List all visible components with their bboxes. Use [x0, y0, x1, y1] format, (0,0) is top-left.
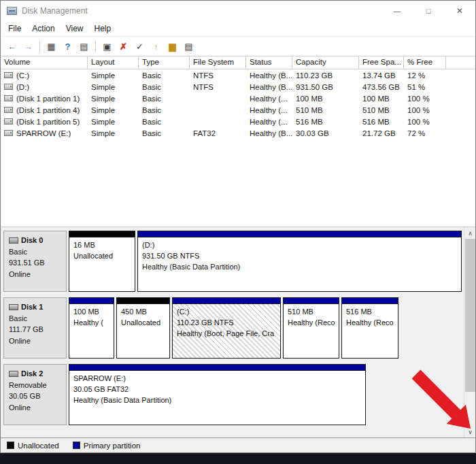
volume-capacity: 510 MB — [292, 106, 359, 114]
volume-status: Healthy (B... — [246, 83, 292, 91]
partition-unallocated[interactable]: 450 MB Unallocated — [116, 297, 170, 359]
partition-color-bar — [138, 231, 461, 237]
volume-name: (Disk 1 partition 5) — [16, 118, 80, 126]
disk-row-2: Disk 2 Removable 30.05 GB Online SPARROW… — [3, 364, 462, 425]
partition-line2: 30.05 GB FAT32 — [73, 384, 361, 395]
partition-line3: Healthy (Boot, Page File, Cra — [177, 329, 276, 339]
column-header-free-space[interactable]: Free Spa... — [359, 56, 404, 69]
toolbar: ← → ▦ ? ▤ ▣ ✗ ✓ ↑ ▆ ▤ — [1, 36, 475, 56]
disk-size: 931.51 GB — [9, 257, 61, 269]
scroll-up-icon[interactable]: ∧ — [464, 227, 475, 239]
volume-status: Healthy (B... — [246, 71, 292, 80]
volume-row[interactable]: (Disk 1 partition 4) Simple Basic Health… — [1, 104, 475, 116]
partition-line1: (C:) — [177, 307, 276, 318]
partition-unallocated[interactable]: 16 MB Unallocated — [69, 231, 135, 292]
partition-line3: Healthy (Basic Data Partition) — [142, 262, 457, 273]
volume-type: Basic — [139, 95, 190, 103]
partition-strip: 16 MB Unallocated (D:) 931.50 GB NTFS He… — [69, 231, 462, 292]
primary-partition-swatch-icon — [73, 442, 80, 449]
partition-sparrow[interactable]: SPARROW (E:) 30.05 GB FAT32 Healthy (Bas… — [69, 364, 366, 425]
back-icon[interactable]: ← — [4, 39, 20, 54]
volume-row[interactable]: (Disk 1 partition 1) Simple Basic Health… — [1, 93, 475, 104]
app-icon — [7, 7, 17, 15]
volume-icon — [4, 72, 13, 78]
disk-icon — [9, 304, 18, 310]
column-header-layout[interactable]: Layout — [88, 56, 139, 69]
volume-pct-free: 51 % — [404, 83, 446, 91]
export-list-icon[interactable]: ▤ — [76, 39, 92, 54]
window-controls: — □ ✕ — [381, 1, 475, 21]
partition-d[interactable]: (D:) 931.50 GB NTFS Healthy (Basic Data … — [137, 231, 462, 292]
open-folder-icon[interactable]: ▆ — [165, 39, 180, 54]
partition-system[interactable]: 100 MB Healthy ( — [69, 297, 114, 359]
column-header-file-system[interactable]: File System — [190, 56, 246, 69]
disk-name: Disk 2 — [21, 368, 43, 380]
volume-layout: Simple — [88, 83, 139, 91]
extend-volume-icon[interactable]: ↑ — [148, 39, 164, 54]
mark-partition-active-icon[interactable]: ✓ — [132, 39, 148, 54]
column-header-type[interactable]: Type — [139, 56, 190, 69]
vertical-scrollbar[interactable]: ∧ ∨ — [464, 227, 475, 437]
volume-status: Healthy (... — [246, 118, 292, 126]
forward-icon[interactable]: → — [20, 39, 36, 54]
scroll-down-icon[interactable]: ∨ — [464, 426, 475, 437]
partition-color-bar — [173, 298, 280, 304]
volume-row[interactable]: (C:) Simple Basic NTFS Healthy (B... 110… — [1, 69, 475, 81]
window-title: Disk Management — [22, 6, 88, 16]
volume-name: (Disk 1 partition 1) — [16, 95, 80, 103]
partition-line2: 110.23 GB NTFS — [177, 318, 276, 329]
disk-management-window: Disk Management — □ ✕ File Action View H… — [0, 0, 476, 453]
volume-pct-free: 12 % — [404, 71, 446, 80]
volume-free: 473.56 GB — [359, 83, 404, 91]
volume-row[interactable]: SPARROW (E:) Simple Basic FAT32 Healthy … — [1, 127, 475, 139]
disk-size: 111.77 GB — [9, 324, 61, 335]
title-bar: Disk Management — □ ✕ — [1, 1, 475, 21]
delete-volume-icon[interactable]: ✗ — [116, 39, 131, 54]
volume-row[interactable]: (D:) Simple Basic NTFS Healthy (B... 931… — [1, 81, 475, 93]
volume-layout: Simple — [88, 106, 139, 114]
show-console-tree-icon[interactable]: ▦ — [44, 39, 59, 54]
volume-type: Basic — [139, 118, 190, 126]
volume-type: Basic — [139, 129, 190, 137]
column-header-status[interactable]: Status — [246, 56, 292, 69]
help-icon[interactable]: ? — [60, 39, 75, 54]
column-header-capacity[interactable]: Capacity — [292, 56, 359, 69]
menu-help[interactable]: Help — [89, 22, 117, 35]
toolbar-separator — [95, 41, 96, 52]
menu-action[interactable]: Action — [27, 22, 60, 35]
partition-line2: Unallocated — [121, 318, 165, 329]
volume-list-header: Volume Layout Type File System Status Ca… — [1, 56, 475, 69]
disk-header[interactable]: Disk 1 Basic 111.77 GB Online — [3, 297, 67, 359]
attributes-icon[interactable]: ▤ — [181, 39, 197, 54]
partition-color-bar — [69, 298, 114, 304]
volume-free: 100 MB — [359, 95, 404, 103]
disk-header[interactable]: Disk 0 Basic 931.51 GB Online — [3, 231, 67, 292]
partition-c-selected[interactable]: (C:) 110.23 GB NTFS Healthy (Boot, Page … — [172, 297, 281, 359]
menu-view[interactable]: View — [61, 22, 89, 35]
volume-icon — [4, 130, 13, 136]
volume-capacity: 110.23 GB — [292, 71, 359, 80]
minimize-button[interactable]: — — [381, 1, 413, 21]
column-header-volume[interactable]: Volume — [1, 56, 88, 69]
partition-recovery-1[interactable]: 510 MB Healthy (Reco — [283, 297, 339, 359]
volume-fs: NTFS — [190, 71, 246, 80]
partition-recovery-2[interactable]: 516 MB Healthy (Reco — [341, 297, 398, 359]
volume-row[interactable]: (Disk 1 partition 5) Simple Basic Health… — [1, 116, 475, 127]
partition-line1: 450 MB — [121, 307, 165, 318]
column-header-pct-free[interactable]: % Free — [404, 56, 446, 69]
volume-capacity: 931.50 GB — [292, 83, 359, 91]
close-button[interactable]: ✕ — [444, 1, 475, 21]
partition-line2: Healthy (Reco — [346, 318, 394, 329]
legend-label: Unallocated — [18, 442, 59, 450]
disk-header[interactable]: Disk 2 Removable 30.05 GB Online — [3, 364, 67, 425]
menu-file[interactable]: File — [3, 22, 27, 35]
scrollbar-thumb[interactable] — [465, 239, 475, 392]
disk-name: Disk 1 — [21, 301, 43, 313]
disk-icon — [9, 371, 18, 377]
disk-area: Disk 0 Basic 931.51 GB Online 16 MB Unal… — [1, 227, 464, 437]
maximize-button[interactable]: □ — [413, 1, 444, 21]
volume-pct-free: 100 % — [404, 106, 446, 114]
properties-icon[interactable]: ▣ — [99, 39, 115, 54]
disk-status: Online — [9, 269, 61, 280]
partition-line1: 516 MB — [346, 307, 394, 318]
